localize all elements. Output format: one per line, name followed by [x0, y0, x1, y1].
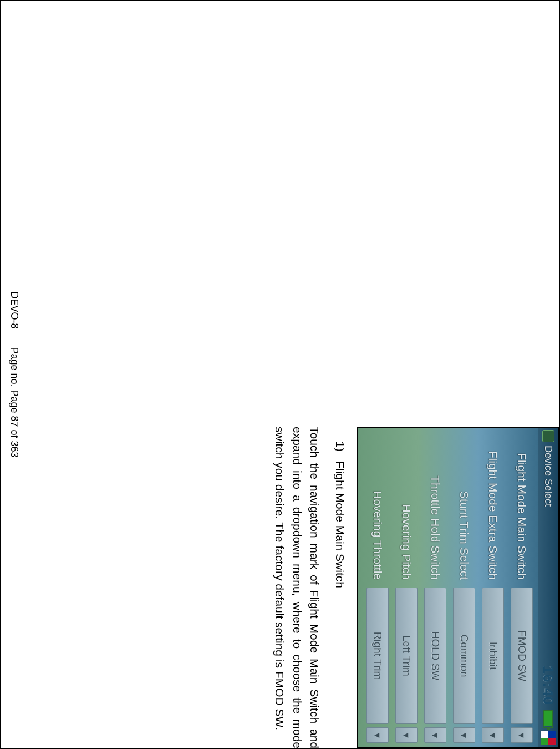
row-value[interactable]: Right Trim: [366, 588, 389, 724]
row-label: Flight Mode Extra Switch: [486, 432, 500, 588]
row-flight-mode-main-switch: Flight Mode Main Switch FMOD SW ▾: [508, 432, 535, 743]
page-footer: DEVO-8 Page no. Page 87 of 363: [8, 1, 20, 748]
chevron-down-icon[interactable]: ▾: [366, 727, 389, 743]
row-label: Hovering Pitch: [400, 432, 413, 588]
chevron-down-icon[interactable]: ▾: [453, 727, 475, 743]
heading-text: Flight Mode Main Switch: [334, 461, 347, 588]
row-flight-mode-extra-switch: Flight Mode Extra Switch Inhibit ▾: [480, 432, 506, 743]
chevron-down-icon[interactable]: ▾: [511, 727, 533, 743]
chevron-down-icon[interactable]: ▾: [482, 727, 504, 743]
flags-icon: [541, 731, 556, 745]
footer-model: DEVO-8: [9, 291, 20, 328]
row-label: Hovering Throttle: [371, 432, 384, 588]
titlebar: Device Select 16:40: [538, 428, 558, 747]
row-hovering-pitch: Hovering Pitch Left Trim ▾: [393, 432, 420, 743]
app-icon: [542, 430, 554, 442]
chevron-down-icon[interactable]: ▾: [395, 727, 418, 743]
row-hovering-throttle: Hovering Throttle Right Trim ▾: [364, 432, 391, 743]
battery-icon: [543, 710, 553, 728]
row-value[interactable]: HOLD SW: [424, 588, 446, 724]
row-value[interactable]: Left Trim: [395, 588, 418, 724]
row-stunt-trim-select: Stunt Trim Select Common ▾: [451, 432, 477, 743]
row-value[interactable]: Inhibit: [482, 588, 504, 724]
body-text: Touch the navigation mark of Flight Mode…: [271, 427, 324, 748]
chevron-down-icon[interactable]: ▾: [424, 727, 446, 743]
row-label: Throttle Hold Switch: [429, 432, 442, 588]
screen-title: Device Select: [543, 446, 554, 507]
footer-page: Page no. Page 87 of 363: [9, 347, 20, 457]
row-value[interactable]: Common: [453, 588, 475, 724]
settings-rows: Flight Mode Main Switch FMOD SW ▾ Flight…: [364, 428, 538, 747]
screenshot: Device Select 16:40 Flight Mode Main Swi…: [357, 427, 559, 748]
clock: 16:40: [540, 666, 557, 708]
text-block: 1) Flight Mode Main Switch Touch the nav…: [271, 427, 349, 748]
row-value[interactable]: FMOD SW: [511, 588, 533, 724]
heading-number: 1): [334, 441, 347, 452]
row-throttle-hold-switch: Throttle Hold Switch HOLD SW ▾: [422, 432, 449, 743]
page: Device Select 16:40 Flight Mode Main Swi…: [0, 0, 560, 749]
row-label: Stunt Trim Select: [457, 432, 471, 588]
row-label: Flight Mode Main Switch: [515, 432, 528, 588]
section-heading: 1) Flight Mode Main Switch: [332, 441, 349, 748]
